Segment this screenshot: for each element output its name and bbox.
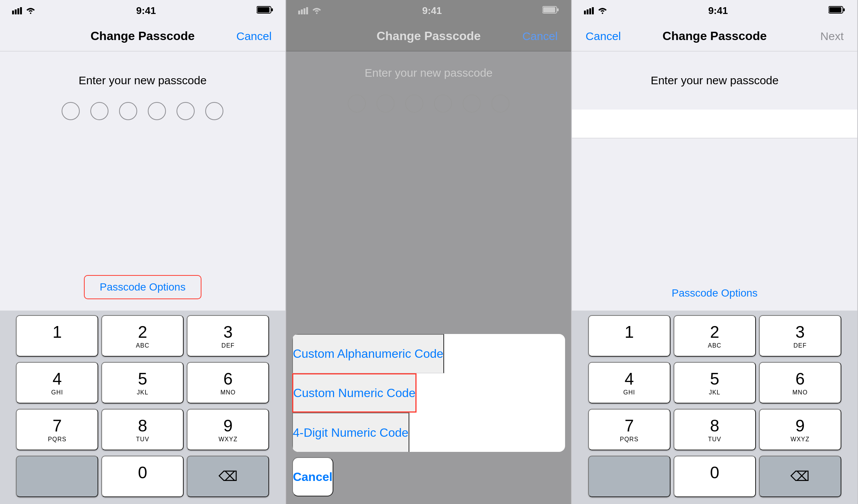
key-5-left[interactable]: 5JKL bbox=[101, 362, 184, 404]
svg-point-12 bbox=[316, 12, 317, 14]
key-2-right[interactable]: 2ABC bbox=[674, 315, 756, 357]
passcode-prompt-middle-dim: Enter your new passcode bbox=[365, 66, 493, 79]
next-button-right[interactable]: Next bbox=[798, 30, 844, 43]
svg-rect-3 bbox=[20, 7, 22, 14]
cancel-button-middle[interactable]: Cancel bbox=[512, 30, 558, 43]
keyboard-row-1: 1 2ABC 3DEF bbox=[0, 314, 285, 358]
nav-bar-left: Change Passcode Cancel bbox=[0, 21, 285, 51]
key-0-left[interactable]: 0 bbox=[101, 456, 184, 497]
keyboard-row-3-r: 7PQRS 8TUV 9WXYZ bbox=[572, 407, 857, 452]
svg-rect-7 bbox=[271, 8, 273, 11]
action-4digit-numeric[interactable]: 4-Digit Numeric Code bbox=[292, 413, 409, 452]
key-1-right[interactable]: 1 bbox=[588, 315, 671, 357]
signal-icons-right bbox=[584, 7, 607, 14]
dot-m3 bbox=[405, 94, 423, 113]
cancel-button-right[interactable]: Cancel bbox=[585, 30, 631, 43]
nav-title-middle: Change Passcode bbox=[376, 29, 481, 43]
key-3-right[interactable]: 3DEF bbox=[759, 315, 841, 357]
svg-rect-10 bbox=[304, 8, 305, 14]
svg-rect-2 bbox=[17, 8, 19, 14]
key-backspace-right[interactable]: ⌫ bbox=[759, 456, 841, 497]
status-bar-middle: 9:41 bbox=[286, 0, 571, 21]
key-8-right[interactable]: 8TUV bbox=[674, 409, 756, 450]
status-bar-right: 9:41 bbox=[572, 0, 857, 21]
key-1-left[interactable]: 1 bbox=[16, 315, 98, 357]
dot-m4 bbox=[434, 94, 452, 113]
passcode-dots-left bbox=[62, 102, 223, 120]
action-sheet-cancel-button[interactable]: Cancel bbox=[292, 457, 333, 496]
passcode-prompt-left: Enter your new passcode bbox=[79, 74, 207, 87]
dot-5 bbox=[177, 102, 195, 120]
key-7-right[interactable]: 7PQRS bbox=[588, 409, 671, 450]
text-input-passcode[interactable] bbox=[572, 110, 857, 138]
svg-rect-0 bbox=[12, 11, 14, 14]
time-left: 9:41 bbox=[136, 5, 156, 17]
cancel-button-left[interactable]: Cancel bbox=[226, 30, 272, 43]
nav-title-left: Change Passcode bbox=[91, 29, 195, 43]
nav-bar-middle: Change Passcode Cancel bbox=[286, 21, 571, 51]
signal-icons-middle bbox=[298, 7, 322, 14]
svg-rect-15 bbox=[557, 8, 559, 11]
key-2-left[interactable]: 2ABC bbox=[101, 315, 184, 357]
key-6-left[interactable]: 6MNO bbox=[187, 362, 269, 404]
keyboard-row-1-r: 1 2ABC 3DEF bbox=[572, 314, 857, 358]
dot-4 bbox=[148, 102, 166, 120]
passcode-options-button-right[interactable]: Passcode Options bbox=[672, 287, 757, 299]
dot-3 bbox=[119, 102, 137, 120]
key-4-right[interactable]: 4GHI bbox=[588, 362, 671, 404]
battery-icon-left bbox=[257, 5, 273, 17]
svg-rect-16 bbox=[584, 11, 586, 14]
svg-rect-22 bbox=[829, 7, 841, 12]
svg-rect-19 bbox=[592, 7, 594, 14]
key-9-right[interactable]: 9WXYZ bbox=[759, 409, 841, 450]
dot-1 bbox=[62, 102, 80, 120]
key-4-left[interactable]: 4GHI bbox=[16, 362, 98, 404]
nav-bar-right: Cancel Change Passcode Next bbox=[572, 21, 857, 51]
middle-panel: 9:41 Change Passcode Cancel Enter your n… bbox=[286, 0, 572, 504]
keyboard-row-3: 7PQRS 8TUV 9WXYZ bbox=[0, 407, 285, 452]
svg-rect-14 bbox=[543, 7, 555, 12]
key-empty-right bbox=[588, 456, 671, 497]
keyboard-left: 1 2ABC 3DEF 4GHI 5JKL 6MNO 7PQRS 8TUV 9W… bbox=[0, 311, 285, 504]
action-custom-alphanumeric[interactable]: Custom Alphanumeric Code bbox=[292, 334, 444, 373]
svg-rect-18 bbox=[589, 8, 591, 14]
svg-rect-6 bbox=[257, 7, 269, 12]
dot-m5 bbox=[463, 94, 481, 113]
svg-rect-9 bbox=[301, 9, 303, 14]
key-3-left[interactable]: 3DEF bbox=[187, 315, 269, 357]
battery-icon-right bbox=[829, 5, 845, 17]
left-panel: 9:41 Change Passcode Cancel Enter your n… bbox=[0, 0, 286, 504]
time-right: 9:41 bbox=[708, 5, 728, 17]
action-custom-numeric[interactable]: Custom Numeric Code bbox=[292, 373, 417, 413]
keyboard-row-2-r: 4GHI 5JKL 6MNO bbox=[572, 360, 857, 405]
key-0-right[interactable]: 0 bbox=[674, 456, 756, 497]
action-sheet: Custom Alphanumeric Code Custom Numeric … bbox=[292, 334, 565, 452]
dot-m6 bbox=[491, 94, 510, 113]
svg-rect-17 bbox=[587, 9, 589, 14]
signal-icons-left bbox=[12, 7, 36, 14]
status-bar-left: 9:41 bbox=[0, 0, 285, 21]
key-9-left[interactable]: 9WXYZ bbox=[187, 409, 269, 450]
keyboard-row-2: 4GHI 5JKL 6MNO bbox=[0, 360, 285, 405]
passcode-prompt-right: Enter your new passcode bbox=[650, 74, 779, 87]
svg-rect-11 bbox=[306, 7, 308, 14]
battery-icon-middle bbox=[542, 5, 559, 17]
svg-rect-8 bbox=[298, 11, 300, 14]
svg-point-20 bbox=[602, 12, 603, 14]
right-panel: 9:41 Cancel Change Passcode Next Enter y… bbox=[572, 0, 858, 504]
keyboard-row-4: 0 ⌫ bbox=[0, 454, 285, 499]
passcode-options-button-left[interactable]: Passcode Options bbox=[84, 275, 201, 299]
passcode-dots-middle bbox=[348, 94, 510, 113]
key-7-left[interactable]: 7PQRS bbox=[16, 409, 98, 450]
key-8-left[interactable]: 8TUV bbox=[101, 409, 184, 450]
key-6-right[interactable]: 6MNO bbox=[759, 362, 841, 404]
svg-rect-23 bbox=[843, 8, 845, 11]
time-middle: 9:41 bbox=[422, 5, 442, 17]
content-area-left: Enter your new passcode Passcode Options bbox=[0, 51, 285, 311]
svg-point-4 bbox=[30, 12, 31, 14]
keyboard-right: 1 2ABC 3DEF 4GHI 5JKL 6MNO 7PQRS 8TUV 9W… bbox=[572, 311, 857, 504]
dot-6 bbox=[205, 102, 223, 120]
nav-title-right: Change Passcode bbox=[663, 29, 767, 43]
key-5-right[interactable]: 5JKL bbox=[674, 362, 756, 404]
key-backspace-left[interactable]: ⌫ bbox=[187, 456, 269, 497]
